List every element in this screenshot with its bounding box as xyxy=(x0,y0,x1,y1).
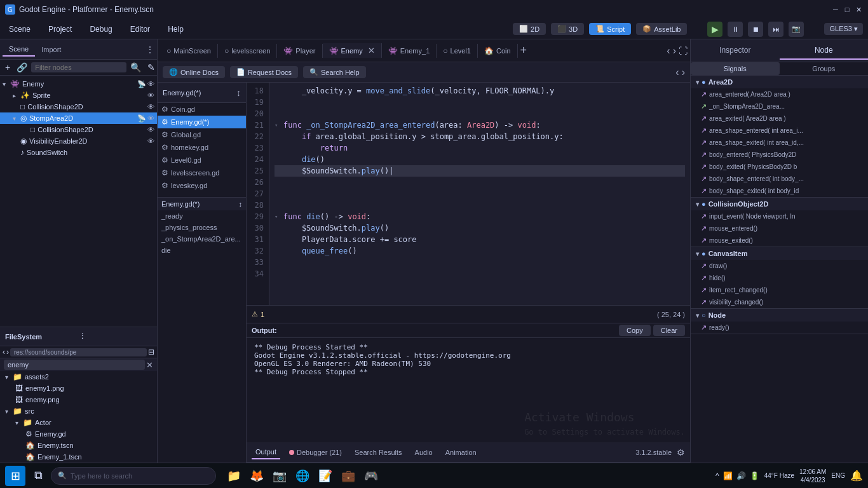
node-header[interactable]: ▾ ○ Node xyxy=(691,309,868,322)
fs-item-enemy1png[interactable]: 🖼 enemy1.png xyxy=(0,383,157,394)
tab-scene[interactable]: Scene xyxy=(3,43,35,57)
method-sort-icon[interactable]: ↕ xyxy=(239,200,243,208)
visibility-stompshape-icon[interactable]: 👁 xyxy=(147,126,154,133)
script-item-level0gd[interactable]: ⚙ Level0.gd xyxy=(158,154,246,166)
method-item-ready[interactable]: _ready xyxy=(158,210,246,222)
search-help-button[interactable]: 🔍 Search Help xyxy=(303,66,366,78)
tree-item-stompshape[interactable]: □ CollisionShape2D 👁 xyxy=(0,124,157,135)
tray-chevron-icon[interactable]: ^ xyxy=(715,471,719,480)
start-button[interactable]: ⊞ xyxy=(5,466,25,486)
add-node-button[interactable]: + xyxy=(3,61,13,74)
output-settings-button[interactable]: ⚙ xyxy=(677,447,685,458)
visibility-sprite-icon[interactable]: 👁 xyxy=(147,92,154,99)
menu-editor[interactable]: Editor xyxy=(126,22,154,36)
network-icon[interactable]: 📶 xyxy=(723,471,733,480)
tree-item-collisionshape[interactable]: □ CollisionShape2D 👁 xyxy=(0,101,157,112)
inspector-signals-tab[interactable]: Signals xyxy=(691,62,780,75)
fs-close-search-button[interactable]: ✕ xyxy=(146,360,153,370)
tree-item-sprite[interactable]: ▸ ✨ Sprite 👁 xyxy=(0,90,157,101)
fs-item-enemypng[interactable]: 🖼 enemy.png xyxy=(0,394,157,405)
fs-item-enemytscn[interactable]: 🏠 Enemy.tscn xyxy=(0,440,157,451)
taskview-button[interactable]: ⧉ xyxy=(28,466,48,486)
visibility-enabler-icon[interactable]: 👁 xyxy=(147,137,154,145)
script-item-homekeygd[interactable]: ⚙ homekey.gd xyxy=(158,141,246,154)
taskbar-search[interactable]: 🔍 Type here to search xyxy=(51,467,216,485)
tab-enemy1[interactable]: 👾 Enemy_1 xyxy=(382,44,437,58)
inspector-tab-node[interactable]: Node xyxy=(780,42,869,60)
tab-level1[interactable]: ○ Level1 xyxy=(437,44,478,58)
tab-import[interactable]: Import xyxy=(35,43,67,56)
signal-item-rect-changed[interactable]: ↗ item_rect_changed() xyxy=(691,284,868,296)
taskbar-app-explorer[interactable]: 📁 xyxy=(224,466,244,486)
close-button[interactable]: ✕ xyxy=(854,5,863,14)
output-tab-searchresults[interactable]: Search Results xyxy=(351,446,406,459)
script-button[interactable]: 📜 Script xyxy=(589,23,631,35)
output-tab-output[interactable]: Output xyxy=(252,445,280,459)
menu-scene[interactable]: Scene xyxy=(5,22,34,36)
2d-button[interactable]: ⬜ 2D xyxy=(513,23,546,35)
taskbar-app-word[interactable]: 📝 xyxy=(315,466,336,486)
script-sort-button[interactable]: ↕ xyxy=(236,88,241,98)
fs-view-button[interactable]: ⊟ xyxy=(148,348,154,356)
script-item-coingd[interactable]: ⚙ Coin.gd xyxy=(158,103,246,116)
canvasitem-header[interactable]: ▾ ● CanvasItem xyxy=(691,247,868,260)
signal-bodyshape-exited[interactable]: ↗ body_shape_exited( int body_id xyxy=(691,185,868,197)
doc-next-button[interactable]: › xyxy=(682,67,685,78)
tree-item-visibility[interactable]: ◉ VisibilityEnabler2D 👁 xyxy=(0,135,157,147)
tab-prev-button[interactable]: ‹ xyxy=(667,45,670,57)
output-tab-animation[interactable]: Animation xyxy=(442,446,480,459)
scene-options-icon[interactable]: ⋮ xyxy=(146,44,154,55)
signal-shape-exited[interactable]: ↗ area_shape_exited( int area_id,... xyxy=(691,137,868,149)
menu-help[interactable]: Help xyxy=(164,22,187,36)
play-button[interactable]: ▶ xyxy=(707,22,722,37)
step-button[interactable]: ⏭ xyxy=(768,22,783,37)
stop-button[interactable]: ⏹ xyxy=(748,22,763,37)
maximize-button[interactable]: □ xyxy=(843,5,851,14)
signal-bodyshape-entered[interactable]: ↗ body_shape_entered( int body_... xyxy=(691,173,868,185)
tab-mainscreen[interactable]: ○ MainScreen xyxy=(160,44,218,58)
signal-draw[interactable]: ↗ draw() xyxy=(691,260,868,272)
clear-output-button[interactable]: Clear xyxy=(653,325,685,336)
gles-button[interactable]: GLES3 ▾ xyxy=(824,23,863,35)
signal-stomp-connected[interactable]: ↗ _on_StompArea2D_area... xyxy=(691,100,868,112)
signal-body-exited[interactable]: ↗ body_exited( PhysicsBody2D b xyxy=(691,161,868,173)
filesystem-search-input[interactable] xyxy=(4,360,145,370)
signal-body-entered[interactable]: ↗ body_entered( PhysicsBody2D xyxy=(691,149,868,161)
visibility-icon[interactable]: 👁 xyxy=(147,80,154,88)
fs-forward-button[interactable]: › xyxy=(6,348,9,356)
script-item-levelsscreengd[interactable]: ⚙ levelsscreen.gd xyxy=(158,166,246,179)
3d-button[interactable]: ⬛ 3D xyxy=(551,23,584,35)
signal-area-exited[interactable]: ↗ area_exited( Area2D area ) xyxy=(691,112,868,125)
edit-script-icon[interactable]: ✎ xyxy=(145,61,158,74)
filter-icon[interactable]: 🔍 xyxy=(128,61,144,74)
menu-debug[interactable]: Debug xyxy=(86,22,116,36)
tree-item-stomparea[interactable]: ▾ ◎ StompArea2D 📡👁 xyxy=(0,112,157,124)
assetlib-button[interactable]: 📦 AssetLib xyxy=(636,23,687,35)
signal-input-event[interactable]: ↗ input_event( Node viewport, In xyxy=(691,210,868,222)
signal-visibility-changed[interactable]: ↗ visibility_changed() xyxy=(691,296,868,308)
tree-item-enemy[interactable]: ▾ 👾 Enemy 📡👁 xyxy=(0,78,157,90)
fullscreen-button[interactable]: ⛶ xyxy=(679,45,688,57)
code-editor[interactable]: 1819202122 2324252627 2829303132 3334 _v… xyxy=(247,83,690,305)
pause-button[interactable]: ⏸ xyxy=(728,22,743,37)
area2d-header[interactable]: ▾ ● Area2D xyxy=(691,76,868,88)
output-tab-audio[interactable]: Audio xyxy=(411,446,437,459)
tab-next-button[interactable]: › xyxy=(673,45,676,57)
signal-ready[interactable]: ↗ ready() xyxy=(691,322,868,334)
tab-coin[interactable]: 🏠 Coin xyxy=(478,44,518,58)
camera-button[interactable]: 📷 xyxy=(789,22,804,37)
doc-prev-button[interactable]: ‹ xyxy=(675,67,679,78)
fs-item-enemy1tscn[interactable]: 🏠 Enemy_1.tscn xyxy=(0,451,157,463)
taskbar-app-godot[interactable]: 🎮 xyxy=(361,466,381,486)
fs-item-assets2[interactable]: ▾ 📁 assets2 xyxy=(0,371,157,383)
clock[interactable]: 12:06 AM 4/4/2023 xyxy=(799,468,826,484)
tree-item-soundswitch[interactable]: ♪ SoundSwitch xyxy=(0,147,157,158)
link-node-button[interactable]: 🔗 xyxy=(14,61,30,74)
battery-icon[interactable]: 🔋 xyxy=(750,471,759,480)
fs-item-actor[interactable]: ▾ 📁 Actor xyxy=(0,417,157,428)
taskbar-app-photos[interactable]: 📷 xyxy=(269,466,290,486)
script-item-globalgd[interactable]: ⚙ Global.gd xyxy=(158,128,246,141)
tab-player[interactable]: 👾 Player xyxy=(277,44,322,58)
script-item-leveskeygd[interactable]: ⚙ leveskey.gd xyxy=(158,179,246,192)
minimize-button[interactable]: ─ xyxy=(831,5,840,14)
